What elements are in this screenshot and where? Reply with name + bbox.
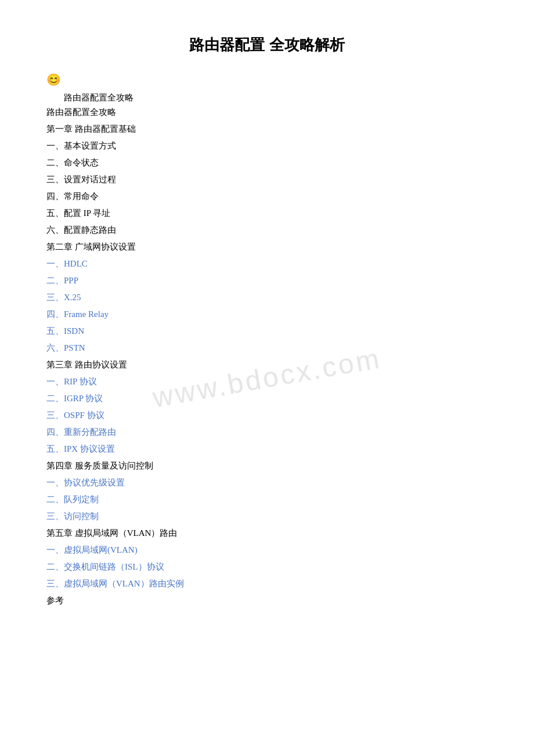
content-line: 二、命令状态 <box>46 155 488 171</box>
content-line: 四、重新分配路由 <box>46 424 488 440</box>
content-line: 五、IPX 协议设置 <box>46 441 488 457</box>
content-line: 第五章 虚拟局域网（VLAN）路由 <box>46 525 488 541</box>
content-line: 五、配置 IP 寻址 <box>46 206 488 221</box>
content-line: 四、Frame Relay <box>46 307 488 322</box>
content-line: 第三章 路由协议设置 <box>46 357 488 373</box>
content-line: 一、虚拟局域网(VLAN) <box>46 542 488 558</box>
content-line: 路由器配置全攻略 <box>46 105 488 120</box>
content-line: 四、常用命令 <box>46 189 488 204</box>
content-line: 路由器配置全攻略 <box>46 92 488 103</box>
content-area: 路由器配置全攻略路由器配置全攻略第一章 路由器配置基础一、基本设置方式二、命令状… <box>46 92 488 609</box>
content-line: 第一章 路由器配置基础 <box>46 121 488 137</box>
content-line: 六、PSTN <box>46 340 488 356</box>
emoji-decoration: 😊 <box>46 73 488 87</box>
content-line: 二、PPP <box>46 273 488 289</box>
content-line: 三、OSPF 协议 <box>46 408 488 423</box>
content-line: 三、X.25 <box>46 290 488 305</box>
content-line: 第二章 广域网协议设置 <box>46 239 488 255</box>
content-line: 一、RIP 协议 <box>46 374 488 390</box>
content-line: 五、ISDN <box>46 323 488 339</box>
page-title: 路由器配置 全攻略解析 <box>46 35 488 55</box>
content-line: 三、虚拟局域网（VLAN）路由实例 <box>46 576 488 592</box>
content-line: 二、队列定制 <box>46 492 488 507</box>
content-line: 二、IGRP 协议 <box>46 391 488 406</box>
content-line: 六、配置静态路由 <box>46 222 488 238</box>
content-line: 三、访问控制 <box>46 509 488 524</box>
content-line: 二、交换机间链路（ISL）协议 <box>46 559 488 575</box>
content-line: 第四章 服务质量及访问控制 <box>46 458 488 474</box>
content-line: 参考 <box>46 593 488 609</box>
content-line: 一、协议优先级设置 <box>46 475 488 491</box>
content-line: 一、基本设置方式 <box>46 138 488 154</box>
content-line: 一、HDLC <box>46 256 488 272</box>
content-line: 三、设置对话过程 <box>46 172 488 188</box>
